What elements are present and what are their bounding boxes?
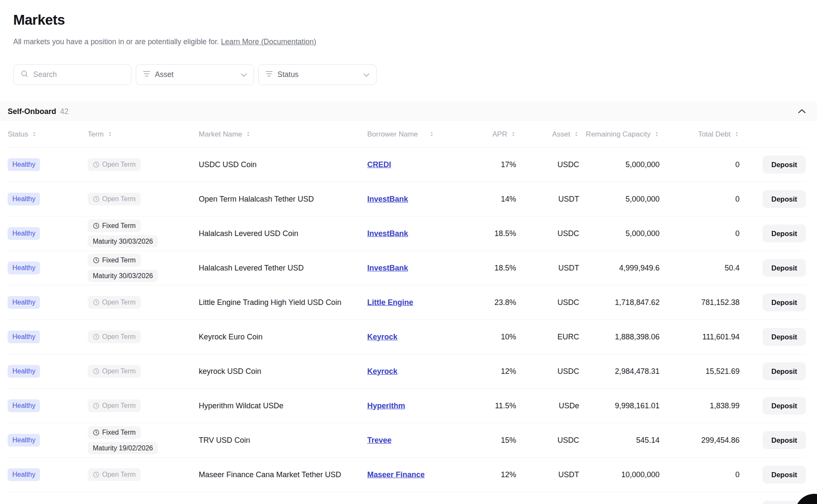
status-cell: Healthy xyxy=(8,399,88,412)
term-cell: Open Term xyxy=(88,365,199,378)
status-badge: Healthy xyxy=(8,468,40,481)
deposit-button[interactable]: Deposit xyxy=(763,156,806,174)
borrower-link[interactable]: Little Engine xyxy=(367,298,413,307)
term-pill: Open Term xyxy=(88,468,141,481)
term-cell: Open Term xyxy=(88,193,199,205)
column-header-term[interactable]: Term xyxy=(88,130,199,139)
borrower-link[interactable]: InvestBank xyxy=(367,229,408,238)
deposit-button[interactable]: Deposit xyxy=(763,225,806,242)
asset-value: USDe xyxy=(516,401,579,410)
borrower-link[interactable]: InvestBank xyxy=(367,195,408,203)
borrower-link[interactable]: InvestBank xyxy=(367,264,408,272)
action-cell: Deposit xyxy=(740,259,806,277)
deposit-button[interactable]: Deposit xyxy=(763,190,806,208)
self-onboard-section-header[interactable]: Self-Onboard 42 xyxy=(0,102,817,121)
term-pill: Fixed Term xyxy=(88,219,141,232)
deposit-button[interactable]: Deposit xyxy=(763,259,806,277)
status-badge: Healthy xyxy=(8,330,40,343)
deposit-button[interactable]: Deposit xyxy=(763,362,806,380)
table-header-row: Status Term Market Name Borrower Name AP… xyxy=(8,121,806,148)
column-header-borrower-name[interactable]: Borrower Name xyxy=(367,130,474,139)
status-filter-dropdown[interactable]: Status xyxy=(258,64,377,85)
deposit-button[interactable]: Deposit xyxy=(763,466,806,484)
borrower-cell: InvestBank xyxy=(367,229,474,238)
sort-icon xyxy=(574,131,579,137)
apr-value: 11.5% xyxy=(474,401,516,410)
column-header-status[interactable]: Status xyxy=(8,130,88,139)
column-header-apr[interactable]: APR xyxy=(474,130,516,139)
asset-filter-dropdown[interactable]: Asset xyxy=(136,64,254,85)
page-title: Markets xyxy=(13,12,804,28)
borrower-cell: Keyrock xyxy=(367,333,474,342)
column-header-remaining-capacity[interactable]: Remaining Capacity xyxy=(579,130,660,139)
action-cell: Deposit xyxy=(740,397,806,415)
status-cell: Healthy xyxy=(8,193,88,205)
clock-icon xyxy=(93,368,100,375)
filter-lines-icon xyxy=(143,71,150,79)
remaining-capacity-value: 9,998,161.01 xyxy=(579,401,660,410)
remaining-capacity-value: 5,000,000 xyxy=(579,229,660,238)
table-row: Healthy Open Term keyrock USD Coin Keyro… xyxy=(8,354,806,389)
total-debt-value: 1,838.99 xyxy=(660,401,740,410)
apr-value: 23.8% xyxy=(474,298,516,307)
clock-icon xyxy=(93,429,100,436)
action-cell: Deposit xyxy=(740,293,806,311)
asset-value: USDC xyxy=(516,160,579,169)
status-badge: Healthy xyxy=(8,262,40,274)
action-cell: Deposit xyxy=(740,156,806,174)
asset-value: USDT xyxy=(516,264,579,273)
total-debt-value: 0 xyxy=(660,229,740,238)
deposit-button[interactable]: Deposit xyxy=(763,293,806,311)
market-name: keyrock USD Coin xyxy=(199,367,367,376)
term-cell: Fixed Term Maturity 19/02/2026 xyxy=(88,426,199,454)
borrower-link[interactable]: Keyrock xyxy=(367,367,397,376)
term-pill: Open Term xyxy=(88,193,141,205)
column-header-market-name[interactable]: Market Name xyxy=(199,130,367,139)
section-title: Self-Onboard xyxy=(8,107,56,116)
clock-icon xyxy=(93,222,100,229)
borrower-link[interactable]: CREDI xyxy=(367,160,391,169)
page-subtitle: All markets you have a position in or ar… xyxy=(13,37,804,46)
column-header-asset[interactable]: Asset xyxy=(516,130,579,139)
term-pill: Open Term xyxy=(88,365,141,378)
borrower-link[interactable]: Trevee xyxy=(367,436,391,444)
apr-value: 18.5% xyxy=(474,264,516,273)
maturity-pill: Maturity 30/03/2026 xyxy=(88,235,158,248)
market-name: TRV USD Coin xyxy=(199,436,367,445)
deposit-button[interactable]: Deposit xyxy=(763,328,806,346)
filter-lines-icon xyxy=(266,71,273,79)
column-header-total-debt[interactable]: Total Debt xyxy=(660,130,740,139)
status-badge: Healthy xyxy=(8,434,40,447)
asset-value: USDC xyxy=(516,298,579,307)
borrower-link[interactable]: Maseer Finance xyxy=(367,470,425,479)
status-cell: Healthy xyxy=(8,365,88,378)
status-cell: Healthy xyxy=(8,434,88,447)
deposit-button[interactable]: Deposit xyxy=(763,431,806,449)
total-debt-value: 781,152.38 xyxy=(660,298,740,307)
status-badge: Healthy xyxy=(8,296,40,309)
clock-icon xyxy=(93,402,100,409)
total-debt-value: 0 xyxy=(660,160,740,169)
borrower-cell: CREDI xyxy=(367,160,474,169)
borrower-link[interactable]: Hyperithm xyxy=(367,401,405,410)
status-badge: Healthy xyxy=(8,193,40,205)
total-debt-value: 50.4 xyxy=(660,264,740,273)
asset-value: USDC xyxy=(516,229,579,238)
action-cell: Deposit xyxy=(740,225,806,242)
learn-more-link[interactable]: Learn More (Documentation) xyxy=(221,37,316,46)
market-name: Keyrock Euro Coin xyxy=(199,333,367,342)
status-cell: Healthy xyxy=(8,468,88,481)
search-input[interactable]: Search xyxy=(13,64,131,85)
market-name: USDC USD Coin xyxy=(199,160,367,169)
clock-icon xyxy=(93,471,100,478)
remaining-capacity-value: 2,984,478.31 xyxy=(579,367,660,376)
borrower-link[interactable]: Keyrock xyxy=(367,333,397,341)
term-pill: Open Term xyxy=(88,296,141,309)
markets-table: Status Term Market Name Borrower Name AP… xyxy=(0,121,817,504)
borrower-cell: InvestBank xyxy=(367,264,474,273)
status-cell: Healthy xyxy=(8,330,88,343)
remaining-capacity-value: 5,000,000 xyxy=(579,195,660,204)
term-pill: Open Term xyxy=(88,330,141,343)
chevron-up-icon[interactable] xyxy=(798,108,806,115)
deposit-button[interactable]: Deposit xyxy=(763,397,806,415)
